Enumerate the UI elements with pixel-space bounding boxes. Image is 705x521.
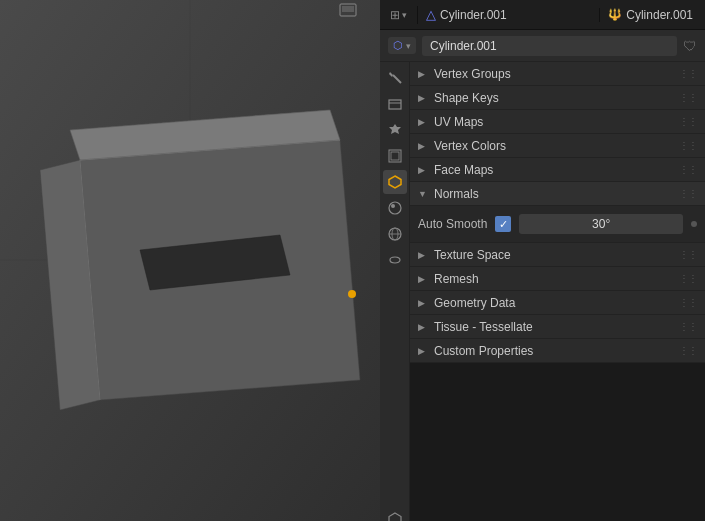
svg-rect-11 (391, 152, 399, 160)
editor-type-dropdown[interactable]: ⊞ ▾ (386, 6, 411, 24)
tissue-tessellate-dots: ⋮⋮ (679, 321, 697, 332)
mesh-icon: ⬡ (393, 39, 403, 52)
angle-value: 30° (592, 217, 610, 231)
uv-maps-dots: ⋮⋮ (679, 116, 697, 127)
strip-world-icon[interactable] (383, 222, 407, 246)
svg-marker-18 (389, 513, 401, 521)
prop-dropdown-arrow: ▾ (406, 41, 411, 51)
face-maps-dots: ⋮⋮ (679, 164, 697, 175)
angle-input[interactable]: 30° (519, 214, 683, 234)
tissue-tessellate-label: Tissue - Tessellate (434, 320, 675, 334)
uv-maps-label: UV Maps (434, 115, 675, 129)
strip-material-icon[interactable] (383, 196, 407, 220)
svg-point-13 (389, 202, 401, 214)
strip-tool-icon[interactable] (383, 66, 407, 90)
editor-type-icon: ⊞ (390, 8, 400, 22)
viewport-3d[interactable] (0, 0, 380, 521)
shape-keys-dots: ⋮⋮ (679, 92, 697, 103)
remesh-arrow: ▶ (418, 274, 430, 284)
prop-object-name[interactable]: Cylinder.001 (422, 36, 677, 56)
vertex-groups-dots: ⋮⋮ (679, 68, 697, 79)
origin-point (348, 290, 356, 298)
auto-smooth-row: Auto Smooth ✓ 30° (418, 212, 697, 236)
vertex-colors-header[interactable]: ▶ Vertex Colors ⋮⋮ (410, 134, 705, 158)
svg-point-14 (391, 204, 395, 208)
custom-properties-header[interactable]: ▶ Custom Properties ⋮⋮ (410, 339, 705, 363)
geometry-data-dots: ⋮⋮ (679, 297, 697, 308)
normals-arrow: ▼ (418, 189, 430, 199)
custom-properties-arrow: ▶ (418, 346, 430, 356)
left-icon-strip (380, 62, 410, 521)
texture-space-dots: ⋮⋮ (679, 249, 697, 260)
top-bar-left: ⊞ ▾ (380, 6, 418, 24)
svg-marker-12 (389, 176, 401, 188)
object-constraint-icon: 🔱 (608, 8, 622, 21)
shape-keys-label: Shape Keys (434, 91, 675, 105)
remesh-label: Remesh (434, 272, 675, 286)
strip-object-icon[interactable] (383, 92, 407, 116)
top-bar-object: △ Cylinder.001 (418, 7, 599, 22)
custom-properties-dots: ⋮⋮ (679, 345, 697, 356)
auto-smooth-label: Auto Smooth (418, 217, 487, 231)
normals-dots: ⋮⋮ (679, 188, 697, 199)
vertex-colors-dots: ⋮⋮ (679, 140, 697, 151)
strip-particles-icon[interactable] (383, 144, 407, 168)
shape-keys-arrow: ▶ (418, 93, 430, 103)
custom-properties-label: Custom Properties (434, 344, 675, 358)
normals-header[interactable]: ▼ Normals ⋮⋮ (410, 182, 705, 206)
strip-data-icon[interactable] (383, 170, 407, 194)
svg-rect-8 (389, 100, 401, 109)
dropdown-arrow-icon: ▾ (402, 10, 407, 20)
uv-maps-header[interactable]: ▶ UV Maps ⋮⋮ (410, 110, 705, 134)
texture-space-label: Texture Space (434, 248, 675, 262)
tissue-tessellate-arrow: ▶ (418, 322, 430, 332)
vertex-groups-arrow: ▶ (418, 69, 430, 79)
strip-modifier-icon[interactable] (383, 118, 407, 142)
svg-line-7 (393, 75, 401, 83)
angle-dot (691, 221, 697, 227)
vertex-colors-arrow: ▶ (418, 141, 430, 151)
checkbox-check-icon: ✓ (499, 218, 508, 231)
main-content: ▶ Vertex Groups ⋮⋮ ▶ Shape Keys ⋮⋮ ▶ UV … (380, 62, 705, 521)
shape-keys-header[interactable]: ▶ Shape Keys ⋮⋮ (410, 86, 705, 110)
right-panel: ⊞ ▾ △ Cylinder.001 🔱 Cylinder.001 ⬡ ▾ Cy… (380, 0, 705, 521)
strip-objectdata-icon[interactable] (383, 507, 407, 521)
normals-content: Auto Smooth ✓ 30° (410, 206, 705, 243)
prop-header: ⬡ ▾ Cylinder.001 🛡 (380, 30, 705, 62)
vertex-colors-label: Vertex Colors (434, 139, 675, 153)
texture-space-header[interactable]: ▶ Texture Space ⋮⋮ (410, 243, 705, 267)
top-bar: ⊞ ▾ △ Cylinder.001 🔱 Cylinder.001 (380, 0, 705, 30)
geometry-data-label: Geometry Data (434, 296, 675, 310)
remesh-header[interactable]: ▶ Remesh ⋮⋮ (410, 267, 705, 291)
shield-icon: 🛡 (683, 38, 697, 54)
vertex-groups-header[interactable]: ▶ Vertex Groups ⋮⋮ (410, 62, 705, 86)
tissue-tessellate-header[interactable]: ▶ Tissue - Tessellate ⋮⋮ (410, 315, 705, 339)
auto-smooth-checkbox[interactable]: ✓ (495, 216, 511, 232)
top-bar-right: 🔱 Cylinder.001 (599, 8, 705, 22)
properties-content: ▶ Vertex Groups ⋮⋮ ▶ Shape Keys ⋮⋮ ▶ UV … (410, 62, 705, 521)
normals-label: Normals (434, 187, 675, 201)
face-maps-header[interactable]: ▶ Face Maps ⋮⋮ (410, 158, 705, 182)
object-name-right: Cylinder.001 (626, 8, 693, 22)
remesh-dots: ⋮⋮ (679, 273, 697, 284)
face-maps-label: Face Maps (434, 163, 675, 177)
uv-maps-arrow: ▶ (418, 117, 430, 127)
geometry-data-header[interactable]: ▶ Geometry Data ⋮⋮ (410, 291, 705, 315)
strip-constraint-icon[interactable] (383, 248, 407, 272)
vertex-groups-label: Vertex Groups (434, 67, 675, 81)
face-maps-arrow: ▶ (418, 165, 430, 175)
object-name-left: Cylinder.001 (440, 8, 591, 22)
prop-type-dropdown[interactable]: ⬡ ▾ (388, 37, 416, 54)
object-type-icon: △ (426, 7, 436, 22)
texture-space-arrow: ▶ (418, 250, 430, 260)
geometry-data-arrow: ▶ (418, 298, 430, 308)
